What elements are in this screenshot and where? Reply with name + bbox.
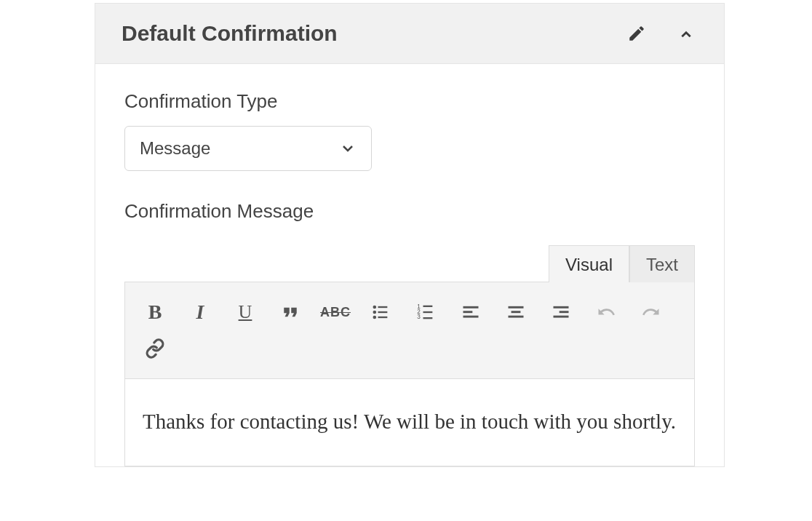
italic-icon: I: [196, 301, 204, 324]
svg-point-4: [373, 316, 377, 319]
align-left-button[interactable]: [448, 294, 493, 330]
select-value: Message: [140, 138, 210, 159]
svg-rect-17: [509, 316, 524, 318]
message-text: Thanks for contacting us! We will be in …: [143, 410, 676, 433]
svg-rect-12: [463, 306, 479, 309]
editor-content[interactable]: Thanks for contacting us! We will be in …: [124, 379, 695, 466]
panel-body: Confirmation Type Message Confirmation M…: [95, 64, 724, 466]
svg-rect-1: [378, 306, 388, 308]
svg-rect-19: [560, 311, 569, 313]
italic-button[interactable]: I: [178, 294, 223, 330]
svg-rect-5: [378, 317, 388, 318]
undo-icon: [596, 302, 616, 322]
redo-button[interactable]: [629, 294, 674, 330]
panel-actions: [625, 22, 698, 45]
svg-rect-14: [463, 316, 479, 318]
svg-rect-7: [423, 306, 433, 307]
quote-icon: [279, 301, 301, 323]
svg-rect-16: [512, 311, 521, 313]
align-right-button[interactable]: [538, 294, 584, 330]
underline-icon: U: [239, 301, 252, 323]
svg-rect-9: [423, 311, 433, 313]
numbered-list-icon: 1 2 3: [415, 302, 436, 322]
svg-rect-11: [423, 317, 433, 319]
svg-rect-20: [554, 316, 569, 318]
collapse-button[interactable]: [674, 22, 698, 45]
blockquote-button[interactable]: [268, 294, 313, 330]
bold-button[interactable]: B: [132, 294, 178, 330]
editor-toolbar: B I U ABC: [124, 282, 695, 379]
tab-visual[interactable]: Visual: [549, 245, 629, 282]
align-left-icon: [461, 302, 481, 322]
svg-rect-13: [463, 311, 473, 313]
align-right-icon: [551, 302, 571, 322]
confirmation-message-label: Confirmation Message: [124, 200, 695, 223]
svg-rect-15: [509, 306, 524, 309]
panel-header: Default Confirmation: [95, 4, 724, 64]
svg-text:3: 3: [417, 314, 421, 320]
numbered-list-button[interactable]: 1 2 3: [403, 294, 448, 330]
confirmation-panel: Default Confirmation Confirmation Type M…: [95, 3, 725, 467]
align-center-icon: [506, 302, 526, 322]
link-icon: [145, 338, 165, 359]
underline-button[interactable]: U: [223, 294, 268, 330]
strikethrough-icon: ABC: [320, 305, 351, 320]
svg-point-2: [373, 311, 377, 314]
chevron-down-icon: [339, 140, 357, 157]
link-button[interactable]: [132, 330, 178, 367]
tab-text[interactable]: Text: [629, 245, 695, 282]
confirmation-type-select-wrap: Message: [124, 126, 372, 171]
editor-tabs: Visual Text: [124, 244, 695, 282]
strikethrough-button[interactable]: ABC: [313, 294, 358, 330]
confirmation-type-select[interactable]: Message: [124, 126, 372, 171]
panel-title: Default Confirmation: [122, 21, 338, 46]
pencil-icon: [627, 24, 646, 43]
redo-icon: [641, 302, 661, 322]
svg-rect-18: [554, 306, 569, 309]
chevron-up-icon: [674, 21, 698, 46]
svg-point-0: [373, 306, 377, 309]
edit-button[interactable]: [625, 22, 648, 45]
svg-rect-3: [378, 311, 388, 313]
undo-button[interactable]: [584, 294, 629, 330]
bold-icon: B: [148, 301, 162, 324]
bullet-list-button[interactable]: [358, 294, 403, 330]
align-center-button[interactable]: [493, 294, 538, 330]
confirmation-type-label: Confirmation Type: [124, 90, 695, 113]
bullet-list-icon: [370, 302, 391, 322]
